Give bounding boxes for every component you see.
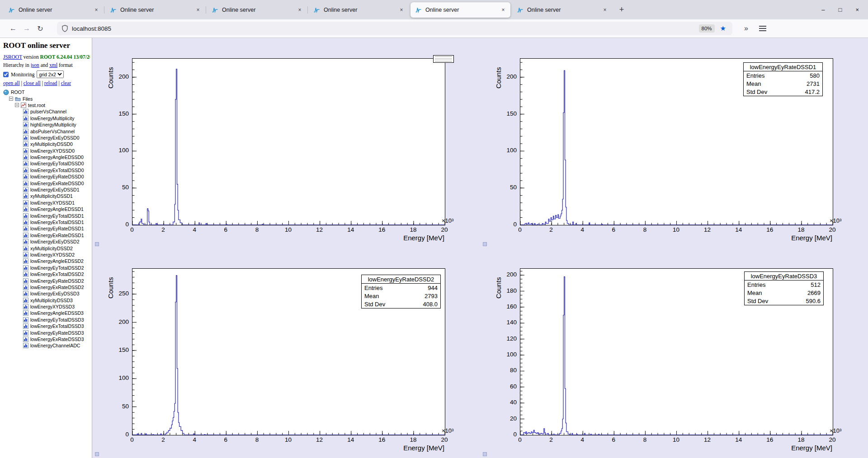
tree-item[interactable]: lowEnergyExEyDSSD0 [3,135,90,141]
forward-button[interactable]: → [20,24,33,33]
tree-item[interactable]: lowEnergyEyRateDSSD1 [3,225,90,232]
tree-item[interactable]: lowEnergyEyRateDSSD0 [3,173,90,180]
tree-item[interactable]: lowEnergyMultiplicity [3,115,90,122]
tree-action-close-all[interactable]: close all [24,80,41,86]
x-axis-exponent: ×10³ [830,217,841,224]
tree-item[interactable]: absPulserVsChannel [3,128,90,134]
histogram-icon [23,304,28,309]
tree-item-label: lowEnergyXYDSSD2 [30,252,75,257]
browser-tab[interactable]: Online server× [512,2,612,18]
tree-item[interactable]: lowEnergyExTotalDSSD3 [3,323,90,329]
stats-row: Std Dev408.0 [362,300,440,308]
tree-item-label: lowEnergyEyRateDSSD1 [30,226,84,231]
minimize-button[interactable]: – [821,6,825,13]
tree-item[interactable]: pulserVsChannel [3,108,90,115]
browser-tab[interactable]: Online server× [105,2,205,18]
tree-item[interactable]: highEnergyMultiplicity [3,122,90,128]
histogram-icon [23,285,28,290]
jsroot-link[interactable]: JSROOT [3,54,22,60]
browser-tab[interactable]: Online server× [309,2,409,18]
stats-box[interactable]: lowEnergyEyRateDSSD2Entries944Mean2793St… [361,275,441,308]
browser-tab[interactable]: Online server× [207,2,307,18]
tab-close-button[interactable]: × [92,5,101,14]
tree-node-files[interactable]: Files [3,95,90,102]
tab-close-button[interactable]: × [499,5,508,14]
tree-item[interactable]: lowEnergyXYDSSD2 [3,252,90,258]
tree-item[interactable]: lowEnergyAngleEDSSD2 [3,258,90,264]
tree-item-label: lowEnergyExRateDSSD3 [30,336,84,342]
tab-close-button[interactable]: × [295,5,304,14]
tree-item[interactable]: lowEnergyAngleEDSSD0 [3,154,90,160]
stats-value: 944 [428,285,438,291]
tree-item[interactable]: xyMultiplicityDSSD2 [3,245,90,251]
canvas-grid: Counts05010015020002468101214161820Energ… [93,38,868,458]
tree-item[interactable]: lowEnergyExTotalDSSD1 [3,219,90,225]
tree-item[interactable]: lowEnergyExEyDSSD1 [3,187,90,193]
stats-row: Entries944 [362,284,440,292]
mini-stats-line [435,61,452,61]
tree-item-label: lowEnergyExRateDSSD0 [30,181,84,186]
tree-item[interactable]: lowEnergyChannelADC [3,342,90,349]
tree-item[interactable]: lowEnergyAngleEDSSD1 [3,206,90,212]
stats-row: Entries580 [744,71,822,79]
shield-icon[interactable] [61,25,68,32]
tree-item[interactable]: lowEnergyEyRateDSSD2 [3,277,90,284]
monitoring-select[interactable]: grid 2x2 [37,70,64,78]
tree-item[interactable]: lowEnergyXYDSSD1 [3,200,90,206]
tree-action-open-all[interactable]: open all [3,80,20,86]
browser-tab[interactable]: Online server× [410,2,510,18]
tree-action-reload[interactable]: reload [44,80,57,86]
tree-item[interactable]: lowEnergyEyRateDSSD3 [3,329,90,336]
tree-item[interactable]: lowEnergyEyTotalDSSD1 [3,212,90,219]
zoom-indicator[interactable]: 80% [699,24,715,33]
tree-item[interactable]: lowEnergyEyTotalDSSD3 [3,317,90,323]
collapse-icon[interactable] [15,103,19,107]
tab-close-button[interactable]: × [193,5,203,14]
close-window-button[interactable]: × [855,6,859,13]
tree-item[interactable]: lowEnergyExRateDSSD1 [3,232,90,238]
tree-item[interactable]: xyMultiplicityDSSD0 [3,141,90,147]
tree-node-root[interactable]: ROOT [3,89,90,95]
plot-frame[interactable] [132,58,445,225]
tree-item[interactable]: xyMultiplicityDSSD3 [3,297,90,304]
collapse-icon[interactable] [9,97,13,101]
x-tick-label: 8 [637,436,653,443]
stats-box[interactable]: lowEnergyEyRateDSSD1Entries580Mean2731St… [743,62,823,96]
tree-item[interactable]: lowEnergyXYDSSD0 [3,148,90,154]
browser-tab[interactable]: Online server× [4,2,104,18]
tree-item[interactable]: lowEnergyExRateDSSD2 [3,284,90,290]
json-link[interactable]: json [31,62,39,68]
maximize-button[interactable]: □ [839,6,842,13]
histogram-icon [23,122,28,127]
tree-item[interactable]: lowEnergyAngleEDSSD3 [3,310,90,316]
tree-item[interactable]: lowEnergyExRateDSSD3 [3,336,90,342]
tree-item[interactable]: xyMultiplicityDSSD1 [3,193,90,199]
x-tick-label: 4 [574,436,590,443]
stats-box[interactable]: lowEnergyEyRateDSSD3Entries512Mean2669St… [744,271,824,305]
tab-close-button[interactable]: × [600,5,609,14]
reload-button[interactable]: ↻ [33,24,47,33]
x-tick-label: 2 [155,436,171,443]
menu-icon[interactable] [759,26,766,31]
stats-box-collapsed[interactable] [433,55,454,63]
tree-item[interactable]: lowEnergyEyTotalDSSD0 [3,160,90,167]
tree-item[interactable]: lowEnergyExTotalDSSD2 [3,271,90,277]
new-tab-button[interactable]: + [615,3,628,17]
url-text[interactable]: localhost:8085 [72,25,111,32]
tree-item[interactable]: lowEnergyExTotalDSSD0 [3,167,90,173]
bookmark-star-icon[interactable]: ★ [718,24,728,33]
overflow-menu-button[interactable]: » [744,24,748,33]
tree-item[interactable]: lowEnergyExEyDSSD3 [3,290,90,297]
xml-link[interactable]: xml [49,62,57,68]
tree-item[interactable]: lowEnergyExEyDSSD2 [3,238,90,245]
tab-close-button[interactable]: × [397,5,406,14]
tree-node-file[interactable]: test.root [3,102,90,108]
tree-item[interactable]: lowEnergyExRateDSSD0 [3,180,90,186]
monitoring-checkbox[interactable] [3,72,9,77]
tree-action-clear[interactable]: clear [61,80,71,86]
tree-item[interactable]: lowEnergyXYDSSD3 [3,304,90,310]
url-bar[interactable]: localhost:8085 80% ★ [57,22,732,35]
back-button[interactable]: ← [6,24,20,33]
tree-item[interactable]: lowEnergyEyTotalDSSD2 [3,265,90,271]
stats-label: Std Dev [747,298,768,304]
